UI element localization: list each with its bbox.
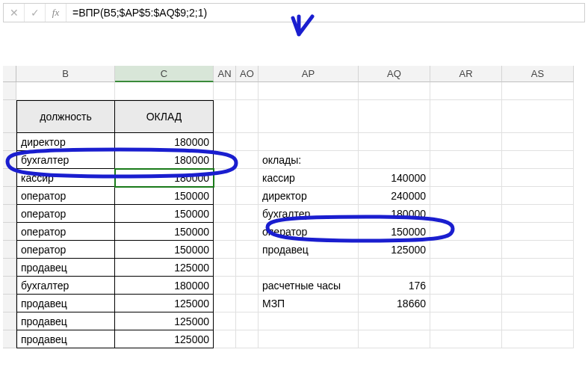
row-header[interactable] bbox=[3, 330, 16, 348]
right-sal[interactable]: 240000 bbox=[359, 187, 430, 205]
cell-position[interactable]: оператор bbox=[16, 241, 115, 259]
cell[interactable] bbox=[214, 223, 236, 241]
cell[interactable] bbox=[214, 241, 236, 259]
right-pos[interactable]: кассир bbox=[259, 169, 359, 187]
cell[interactable] bbox=[430, 151, 502, 169]
cell[interactable] bbox=[236, 277, 259, 295]
cell[interactable] bbox=[115, 82, 214, 100]
cell[interactable] bbox=[236, 169, 259, 187]
cell-position[interactable]: бухгалтер bbox=[16, 277, 115, 295]
cell-salary[interactable]: 150000 bbox=[115, 205, 214, 223]
cell-position[interactable]: оператор bbox=[16, 187, 115, 205]
select-all-corner[interactable] bbox=[3, 66, 16, 82]
cell[interactable] bbox=[502, 133, 574, 151]
right-sal[interactable]: 140000 bbox=[359, 169, 430, 187]
cell[interactable] bbox=[502, 82, 574, 100]
cell-salary[interactable]: 180000 bbox=[115, 133, 214, 151]
cell[interactable] bbox=[502, 330, 574, 348]
cell[interactable] bbox=[502, 295, 574, 312]
cell[interactable] bbox=[430, 330, 502, 348]
cell[interactable] bbox=[236, 223, 259, 241]
row-header[interactable] bbox=[3, 187, 16, 205]
cell[interactable] bbox=[502, 223, 574, 241]
cell[interactable] bbox=[236, 151, 259, 169]
cell[interactable] bbox=[430, 312, 502, 330]
cell[interactable] bbox=[214, 100, 236, 133]
cell[interactable] bbox=[502, 241, 574, 259]
row-header[interactable] bbox=[3, 277, 16, 295]
hours-value[interactable]: 176 bbox=[359, 277, 430, 295]
cell-salary[interactable]: 180000 bbox=[115, 151, 214, 169]
cell[interactable] bbox=[214, 133, 236, 151]
cell[interactable] bbox=[430, 223, 502, 241]
cell[interactable] bbox=[430, 241, 502, 259]
mzp-value[interactable]: 18660 bbox=[359, 295, 430, 312]
cell[interactable] bbox=[359, 82, 430, 100]
fx-icon[interactable]: fx bbox=[46, 4, 66, 22]
cell-salary[interactable]: 180000 bbox=[115, 277, 214, 295]
right-sal[interactable]: 180000 bbox=[359, 205, 430, 223]
cell[interactable] bbox=[214, 277, 236, 295]
right-pos[interactable]: продавец bbox=[259, 241, 359, 259]
cell[interactable] bbox=[359, 259, 430, 277]
cell[interactable] bbox=[236, 312, 259, 330]
cell[interactable] bbox=[430, 169, 502, 187]
cell-salary[interactable]: 125000 bbox=[115, 330, 214, 348]
cell[interactable] bbox=[214, 259, 236, 277]
cell[interactable] bbox=[430, 259, 502, 277]
cell[interactable] bbox=[359, 330, 430, 348]
cell[interactable] bbox=[502, 205, 574, 223]
cell[interactable] bbox=[430, 205, 502, 223]
cell[interactable] bbox=[359, 151, 430, 169]
cell[interactable] bbox=[236, 330, 259, 348]
cell[interactable] bbox=[502, 151, 574, 169]
cell-salary[interactable]: 150000 bbox=[115, 223, 214, 241]
cell[interactable] bbox=[359, 100, 430, 133]
row-header[interactable] bbox=[3, 133, 16, 151]
formula-input[interactable]: =ВПР(B5;$AP$5:$AQ$9;2;1) bbox=[66, 7, 584, 19]
row-header[interactable] bbox=[3, 223, 16, 241]
row-header[interactable] bbox=[3, 100, 16, 133]
right-sal[interactable]: 150000 bbox=[359, 223, 430, 241]
cell[interactable] bbox=[236, 205, 259, 223]
cell-salary[interactable]: 150000 bbox=[115, 241, 214, 259]
cell[interactable] bbox=[259, 133, 359, 151]
cell[interactable] bbox=[214, 82, 236, 100]
confirm-icon[interactable]: ✓ bbox=[25, 4, 46, 22]
col-header-C[interactable]: C bbox=[115, 66, 214, 82]
cell[interactable] bbox=[214, 295, 236, 312]
col-header-AN[interactable]: AN bbox=[214, 66, 236, 82]
cell[interactable] bbox=[214, 151, 236, 169]
mzp-label[interactable]: МЗП bbox=[259, 295, 359, 312]
cell[interactable] bbox=[214, 312, 236, 330]
row-header[interactable] bbox=[3, 312, 16, 330]
cell[interactable] bbox=[214, 169, 236, 187]
cell[interactable] bbox=[259, 259, 359, 277]
cell-position[interactable]: продавец bbox=[16, 312, 115, 330]
cell[interactable] bbox=[502, 187, 574, 205]
col-header-AR[interactable]: AR bbox=[430, 66, 502, 82]
cell[interactable] bbox=[259, 312, 359, 330]
table-header-position[interactable]: должность bbox=[16, 100, 115, 133]
col-header-B[interactable]: B bbox=[16, 66, 115, 82]
col-header-AQ[interactable]: AQ bbox=[359, 66, 430, 82]
right-sal[interactable]: 125000 bbox=[359, 241, 430, 259]
cell-salary[interactable]: 125000 bbox=[115, 259, 214, 277]
row-header[interactable] bbox=[3, 82, 16, 100]
col-header-AS[interactable]: AS bbox=[502, 66, 574, 82]
cell-position[interactable]: продавец bbox=[16, 330, 115, 348]
cell[interactable] bbox=[236, 100, 259, 133]
cell-salary[interactable]: 125000 bbox=[115, 312, 214, 330]
cell[interactable] bbox=[236, 133, 259, 151]
cell[interactable] bbox=[430, 295, 502, 312]
cell[interactable] bbox=[236, 259, 259, 277]
cell[interactable] bbox=[502, 277, 574, 295]
cancel-icon[interactable]: ✕ bbox=[4, 4, 25, 22]
cell[interactable] bbox=[359, 133, 430, 151]
right-pos[interactable]: бухгалтер bbox=[259, 205, 359, 223]
cell[interactable] bbox=[259, 330, 359, 348]
col-header-AP[interactable]: AP bbox=[259, 66, 359, 82]
row-header[interactable] bbox=[3, 241, 16, 259]
cell[interactable] bbox=[502, 169, 574, 187]
row-header[interactable] bbox=[3, 169, 16, 187]
